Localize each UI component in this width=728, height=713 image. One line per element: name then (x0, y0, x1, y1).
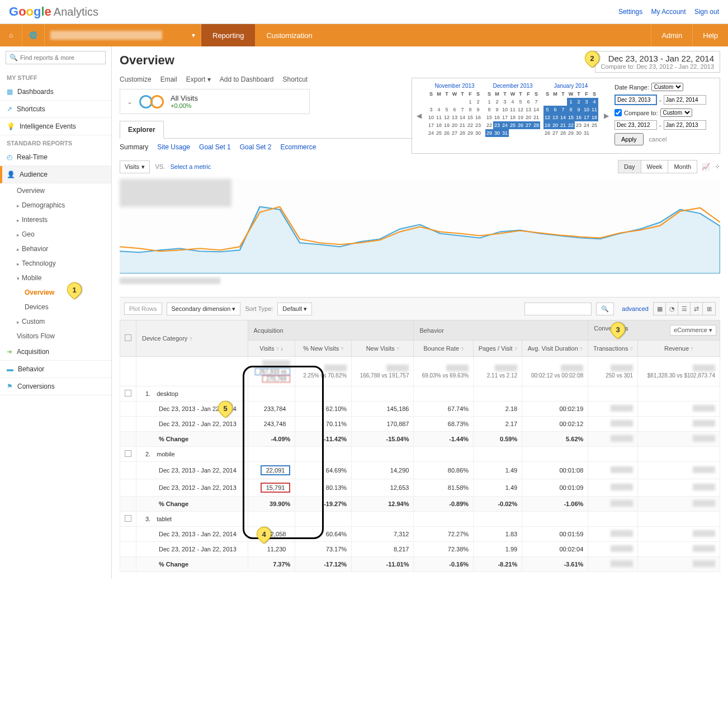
table-search-button[interactable]: 🔍 (596, 303, 614, 315)
subtab-site-usage[interactable]: Site Usage (157, 143, 190, 151)
sidebar: 🔍 MY STUFF ▦Dashboards ↗Shortcuts 💡Intel… (0, 46, 112, 579)
sidebar-audience[interactable]: 👤Audience (0, 166, 111, 183)
search-box[interactable]: 🔍 (6, 51, 106, 64)
table-search[interactable] (524, 303, 592, 315)
date-end[interactable] (664, 95, 706, 105)
col-visits[interactable]: Visits ? ↓ (248, 341, 295, 357)
view-pivot-icon[interactable]: ⊞ (703, 303, 715, 315)
sort-type[interactable]: Default ▾ (277, 303, 312, 315)
tab-reporting[interactable]: Reporting (201, 24, 255, 46)
sidebar-technology[interactable]: Technology (0, 256, 111, 271)
subtab-goal2[interactable]: Goal Set 2 (240, 143, 272, 151)
sidebar-interests[interactable]: Interests (0, 213, 111, 227)
date-picker-panel: ◀ November 2013SMTWTFS123456789101112131… (412, 78, 720, 154)
date-range-type[interactable]: Custom (651, 83, 683, 91)
clock-icon: ◴ (7, 153, 12, 161)
date-start[interactable] (614, 95, 657, 105)
apply-button[interactable]: Apply (614, 133, 644, 145)
date-range-display[interactable]: Dec 23, 2013 - Jan 22, 2014 Compare to: … (595, 51, 720, 73)
row-checkbox[interactable] (125, 390, 131, 396)
search-input[interactable] (20, 54, 102, 61)
sidebar-conversions[interactable]: ⚑Conversions (0, 378, 111, 395)
tab-explorer[interactable]: Explorer (120, 121, 164, 139)
sidebar-custom[interactable]: Custom (0, 314, 111, 329)
view-day[interactable]: Day (618, 160, 641, 173)
chart-type-line-icon[interactable]: 📈 (702, 163, 710, 171)
advanced-link[interactable]: advanced (622, 305, 649, 312)
view-bar-icon[interactable]: ☰ (678, 303, 691, 315)
action-shortcut[interactable]: Shortcut (282, 75, 308, 83)
heading-mystuff: MY STUFF (0, 70, 111, 83)
segment-selector[interactable]: ⌄ All Visits +0.00% (120, 89, 310, 114)
row-checkbox[interactable] (125, 450, 131, 457)
action-export[interactable]: Export ▾ (186, 75, 211, 83)
metric-dropdown[interactable]: Visits ▾ (120, 160, 150, 173)
sidebar-demographics[interactable]: Demographics (0, 198, 111, 213)
compare-checkbox[interactable] (614, 109, 622, 116)
calendar-prev[interactable]: ◀ (417, 112, 422, 120)
table-row: Dec 23, 2012 - Jan 22, 201311,23073.17%8… (120, 542, 720, 557)
table-row: Dec 23, 2012 - Jan 22, 2013243,74870.11%… (120, 417, 720, 432)
chart (120, 179, 720, 274)
action-email[interactable]: Email (160, 75, 177, 83)
search-icon: 🔍 (10, 54, 18, 62)
sign-out-link[interactable]: Sign out (694, 8, 719, 16)
home-icon[interactable]: ⌂ (0, 24, 22, 46)
view-pie-icon[interactable]: ◔ (666, 303, 678, 315)
sidebar-behavior-main[interactable]: ▬Behavior (0, 361, 111, 378)
subtab-summary[interactable]: Summary (120, 143, 148, 151)
view-table-icon[interactable]: ▦ (654, 303, 666, 315)
view-compare-icon[interactable]: ⇄ (691, 303, 703, 315)
compare-end[interactable] (664, 120, 706, 130)
sidebar-geo[interactable]: Geo (0, 227, 111, 242)
calendar-next[interactable]: ▶ (604, 112, 609, 120)
chart-type-motion-icon[interactable]: ⁘ (715, 163, 720, 171)
help-link[interactable]: Help (692, 24, 728, 46)
table-row: 1. desktop (120, 386, 720, 402)
globe-icon[interactable]: 🌐 (22, 24, 45, 46)
admin-link[interactable]: Admin (651, 24, 692, 46)
sidebar-audience-overview[interactable]: Overview (0, 183, 111, 198)
action-add-dashboard[interactable]: Add to Dashboard (220, 75, 274, 83)
sidebar-realtime[interactable]: ◴Real-Time (0, 149, 111, 166)
dashboard-icon: ▦ (7, 88, 13, 96)
sidebar-mobile-devices[interactable]: Devices (0, 300, 111, 314)
conversion-dropdown[interactable]: eCommerce ▾ (670, 325, 716, 336)
sidebar-intelligence[interactable]: 💡Intelligence Events (0, 118, 111, 135)
account-dropdown[interactable]: ▾ (45, 24, 201, 46)
sidebar-dashboards[interactable]: ▦Dashboards (0, 83, 111, 101)
cancel-link[interactable]: cancel (649, 136, 667, 143)
action-customize[interactable]: Customize (120, 75, 152, 83)
row-checkbox[interactable] (125, 515, 131, 522)
select-metric-link[interactable]: Select a metric (171, 163, 211, 170)
segment-name: All Visits (171, 94, 198, 102)
data-table: Device Category ? Acquisition Behavior C… (120, 320, 720, 572)
settings-link[interactable]: Settings (618, 8, 642, 16)
table-row: 2. mobile (120, 447, 720, 462)
content: 2 Overview Dec 23, 2013 - Jan 22, 2014 C… (112, 46, 728, 579)
top-links: Settings My Account Sign out (612, 8, 719, 16)
sidebar-shortcuts[interactable]: ↗Shortcuts (0, 101, 111, 118)
tab-customization[interactable]: Customization (255, 24, 323, 46)
table-row: % Change7.37%-17.12%-11.01%-0.16%-8.21%-… (120, 557, 720, 572)
select-all-checkbox[interactable] (125, 334, 131, 341)
sidebar-mobile[interactable]: Mobile (0, 271, 111, 285)
sidebar-visitors-flow[interactable]: Visitors Flow (0, 329, 111, 343)
compare-start[interactable] (614, 120, 657, 130)
compare-type[interactable]: Custom (660, 108, 692, 117)
view-week[interactable]: Week (641, 160, 669, 173)
table-row: % Change39.90%-19.27%12.94%-0.89%-0.02%-… (120, 497, 720, 512)
sidebar-acquisition[interactable]: ➜Acquisition (0, 343, 111, 361)
table-row: Dec 23, 2012 - Jan 22, 201315,79180.13%1… (120, 479, 720, 497)
person-icon: 👤 (7, 171, 15, 178)
view-month[interactable]: Month (668, 160, 697, 173)
chevron-down-icon: ⌄ (127, 98, 133, 106)
sidebar-behavior[interactable]: Behavior (0, 242, 111, 256)
my-account-link[interactable]: My Account (651, 8, 686, 16)
sidebar-mobile-overview[interactable]: Overview 1 (0, 285, 111, 300)
secondary-dimension[interactable]: Secondary dimension ▾ (167, 303, 241, 315)
subtab-goal1[interactable]: Goal Set 1 (199, 143, 231, 151)
plot-rows-button[interactable]: Plot Rows (124, 303, 162, 315)
subtab-ecommerce[interactable]: Ecommerce (280, 143, 316, 151)
table-row: Dec 23, 2013 - Jan 22, 201412,05860.64%7… (120, 527, 720, 542)
